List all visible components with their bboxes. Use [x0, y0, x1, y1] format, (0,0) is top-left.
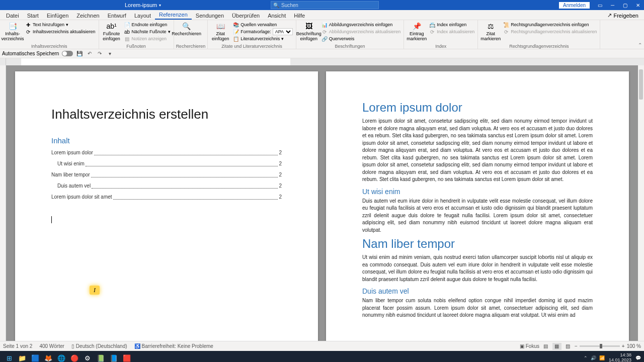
qat-more-button[interactable]: ▾ — [106, 50, 113, 57]
language-indicator[interactable]: ▯ Deutsch (Deutschland) — [71, 343, 127, 349]
zoom-in-button[interactable]: + — [622, 343, 625, 349]
horizontal-ruler[interactable] — [0, 58, 644, 65]
insert-endnote-button[interactable]: 📄Endnote einfügen — [123, 21, 172, 28]
zoom-slider[interactable] — [580, 345, 620, 347]
autosave-toggle[interactable] — [62, 51, 73, 56]
insert-index-button[interactable]: 📇Index einfügen — [428, 21, 475, 28]
toc-entry[interactable]: Duis autem vel2 — [51, 182, 282, 190]
scrollbar-thumb[interactable] — [639, 69, 643, 100]
tab-ueberpruefen[interactable]: Überprüfen — [228, 11, 264, 20]
web-layout-button[interactable]: ▨ — [564, 343, 573, 350]
vertical-ruler[interactable] — [0, 65, 6, 341]
save-button[interactable]: 💾 — [76, 50, 83, 57]
maximize-button[interactable]: ▢ — [619, 0, 631, 10]
quick-access-toolbar: Automatisches Speichern 💾 ↶ ↷ ▾ — [0, 49, 644, 58]
zoom-out-button[interactable]: − — [575, 343, 578, 349]
explorer-button[interactable]: 📁 — [16, 352, 28, 362]
tab-referenzen[interactable]: Referenzen — [155, 10, 192, 20]
toc-heading: Inhalt — [51, 136, 282, 145]
search-input[interactable] — [281, 3, 376, 8]
group-citations: 📖Zitat einfügen 📚Quellen verwalten 📝Form… — [208, 20, 296, 49]
update-figures-button: ⟳Abbildungsverzeichnis aktualisieren — [320, 28, 402, 35]
tab-entwurf[interactable]: Entwurf — [104, 11, 130, 20]
citation-icon: 📖 — [215, 22, 225, 31]
insert-caption-button[interactable]: 🖼Beschriftung einfügen — [298, 21, 319, 43]
redo-button[interactable]: ↷ — [96, 50, 103, 57]
opera-button[interactable]: 🔴 — [68, 352, 80, 362]
refresh-icon: ⟳ — [503, 29, 509, 35]
page-2[interactable]: Lorem ipsum dolor Lorem ipsum dolor sit … — [326, 71, 629, 341]
footnote-icon: ab¹ — [107, 22, 117, 31]
undo-button[interactable]: ↶ — [86, 50, 93, 57]
tab-zeichnen[interactable]: Zeichnen — [72, 11, 103, 20]
taskbar: ⊞ 📁 🟦 🦊 🌐 🔴 ⚙ 📗 📘 🟥 ⌃🔊📶 14:3814.01.2023 … — [0, 351, 644, 362]
bibliography-button[interactable]: 📋Literaturverzeichnis ▾ — [232, 35, 294, 42]
app-button[interactable]: 📗 — [95, 352, 107, 362]
signin-button[interactable]: Anmelden — [559, 2, 590, 9]
app-button[interactable]: ⚙ — [82, 352, 94, 362]
titlebar: Lorem-ipsum▾ 🔍 Anmelden ▭ ─ ▢ ✕ — [0, 0, 644, 10]
tab-hilfe[interactable]: Hilfe — [290, 11, 309, 20]
system-tray[interactable]: ⌃🔊📶 — [584, 355, 605, 360]
collapse-ribbon-button[interactable]: ⌃ — [638, 42, 642, 48]
tab-ansicht[interactable]: Ansicht — [264, 11, 290, 20]
citation-style[interactable]: 📝Formatvorlage: APA — [232, 28, 294, 35]
manage-sources-button[interactable]: 📚Quellen verwalten — [232, 21, 294, 28]
tab-datei[interactable]: Datei — [2, 11, 23, 20]
minimize-button[interactable]: ─ — [606, 0, 619, 10]
insert-footnote-button[interactable]: ab¹Fußnote einfügen — [101, 21, 122, 43]
group-label: Fußnoten — [101, 43, 172, 49]
print-layout-button[interactable]: ▦ — [552, 343, 561, 350]
insert-figures-button[interactable]: 📊Abbildungsverzeichnis einfügen — [320, 21, 402, 28]
group-label: Rechtsgrundlagenverzeichnis — [480, 43, 598, 49]
page-indicator[interactable]: Seite 1 von 2 — [3, 343, 32, 349]
research-button[interactable]: 🔍Recherchieren — [176, 21, 197, 43]
group-legal: ⚖Zitat markieren 📜Rechtsgrundlagenverzei… — [478, 20, 600, 49]
insert-citation-button[interactable]: 📖Zitat einfügen — [210, 21, 231, 43]
toc-entry[interactable]: Lorem ipsum dolor2 — [51, 149, 282, 157]
search-box[interactable]: 🔍 — [271, 1, 379, 9]
toc-button[interactable]: 📑Inhalts-verzeichnis — [2, 21, 23, 43]
ribbon: 📑Inhalts-verzeichnis ✚Text hinzufügen ▾ … — [0, 20, 644, 49]
add-text-button[interactable]: ✚Text hinzufügen ▾ — [24, 21, 97, 28]
heading-1: Lorem ipsum dolor — [362, 101, 593, 115]
tab-start[interactable]: Start — [23, 11, 43, 20]
accessibility-indicator[interactable]: ♿ Barrierefreiheit: Keine Probleme — [134, 343, 213, 349]
app-button[interactable]: 🟥 — [121, 352, 133, 362]
zoom-level[interactable]: 100 % — [627, 343, 641, 349]
vertical-scrollbar[interactable] — [638, 65, 644, 341]
crossref-button[interactable]: 🔗Querverweis — [320, 35, 402, 42]
start-button[interactable]: ⊞ — [3, 352, 15, 362]
body-text: Ut wisi enim ad minim veniam, quis nostr… — [362, 254, 593, 283]
share-button[interactable]: Freigeben — [605, 11, 641, 20]
word-count[interactable]: 400 Wörter — [39, 343, 64, 349]
focus-mode-button[interactable]: ▣ Fokus — [520, 343, 539, 349]
app-button[interactable]: 🟦 — [29, 352, 41, 362]
document-title[interactable]: Lorem-ipsum▾ — [125, 2, 161, 8]
ribbon-display-button[interactable]: ▭ — [594, 0, 606, 10]
clock[interactable]: 14:3814.01.2023 — [609, 353, 631, 362]
tab-einfuegen[interactable]: Einfügen — [43, 11, 72, 20]
style-select[interactable]: APA — [273, 28, 293, 35]
tab-layout[interactable]: Layout — [130, 11, 155, 20]
close-button[interactable]: ✕ — [631, 0, 644, 10]
firefox-button[interactable]: 🦊 — [42, 352, 54, 362]
mark-entry-button[interactable]: 📌Eintrag markieren — [406, 21, 427, 43]
next-footnote-button[interactable]: abNächste Fußnote ▾ — [123, 28, 172, 35]
page-1[interactable]: Inhaltsverzeichnis erstellen Inhalt Lore… — [15, 71, 318, 341]
notifications-button[interactable]: 💬 — [635, 355, 641, 360]
toc-entry[interactable]: Lorem ipsum dolor sit amet2 — [51, 193, 282, 201]
group-label: Beschriftungen — [298, 43, 402, 49]
toc-entry[interactable]: Nam liber tempor2 — [51, 171, 282, 179]
index-icon: 📇 — [429, 22, 435, 28]
update-toc-button[interactable]: ⟳Inhaltsverzeichnis aktualisieren — [24, 28, 97, 35]
edge-button[interactable]: 🌐 — [55, 352, 67, 362]
refresh-icon: ⟳ — [25, 29, 31, 35]
toc-entry[interactable]: Ut wisi enim2 — [51, 160, 282, 168]
group-research: 🔍Recherchieren Recherchieren — [174, 20, 208, 49]
insert-legal-button[interactable]: 📜Rechtsgrundlagenverzeichnis einfügen — [502, 21, 598, 28]
tab-sendungen[interactable]: Sendungen — [192, 11, 228, 20]
mark-citation-button[interactable]: ⚖Zitat markieren — [480, 21, 501, 43]
read-mode-button[interactable]: ▤ — [541, 343, 550, 350]
word-button[interactable]: 📘 — [108, 352, 120, 362]
